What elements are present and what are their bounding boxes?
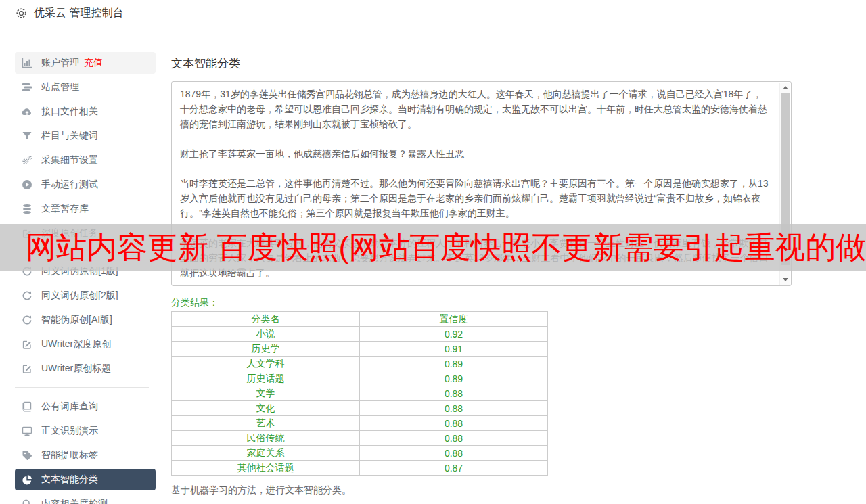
pie-chart-icon <box>22 474 32 485</box>
database-icon <box>22 204 32 214</box>
classification-text-input[interactable]: 1879年，31岁的李莲英出任储秀宫四品花翎总管，成为慈禧身边的大红人。这年春天… <box>171 81 792 286</box>
filter-icon <box>22 131 32 141</box>
edit-icon <box>22 363 32 374</box>
sidebar-item-sites[interactable]: 站点管理 <box>15 76 156 98</box>
category-cell: 历史话题 <box>172 371 360 386</box>
sidebar: 账户管理充值站点管理接口文件相关栏目与关键词采集细节设置手动运行测试文章暂存库深… <box>7 35 161 504</box>
recharge-badge[interactable]: 充值 <box>84 57 103 69</box>
refresh-icon <box>22 266 32 277</box>
sidebar-item-content-recognition[interactable]: 正文识别演示 <box>15 420 156 442</box>
sidebar-item-interface-files[interactable]: 接口文件相关 <box>15 101 156 122</box>
scrollbar-thumb[interactable] <box>781 93 790 265</box>
play-icon <box>22 179 32 190</box>
cloud-upload-icon <box>22 106 32 117</box>
sidebar-item-label: 账户管理 <box>41 57 79 69</box>
sidebar-item-deep-original-task[interactable]: 深度原创任务 <box>15 223 156 244</box>
sidebar-divider <box>15 252 149 252</box>
result-row: 文化0.88 <box>172 401 548 416</box>
sidebar-item-synonym-rewrite-1[interactable]: 同义词伪原创[1版] <box>15 260 156 282</box>
sidebar-item-columns-keywords[interactable]: 栏目与关键词 <box>15 125 156 147</box>
sidebar-item-public-lexicon[interactable]: 公有词库查询 <box>15 396 156 417</box>
confidence-cell: 0.88 <box>360 386 548 401</box>
sidebar-item-label: 栏目与关键词 <box>41 130 98 142</box>
result-row: 其他社会话题0.87 <box>172 461 548 476</box>
tag-icon <box>22 450 32 461</box>
sidebar-item-label: 站点管理 <box>41 81 79 93</box>
sidebar-item-label: 公有词库查询 <box>41 400 98 413</box>
sidebar-item-label: 文本智能分类 <box>41 474 98 486</box>
confidence-cell: 0.91 <box>360 342 548 357</box>
gear-icon[interactable] <box>15 7 28 20</box>
app-header: 优采云 管理控制台 <box>0 0 866 35</box>
sidebar-item-tag-extraction[interactable]: 智能提取标签 <box>15 444 156 466</box>
confidence-cell: 0.92 <box>360 327 548 342</box>
sidebar-item-label: 智能伪原创[AI版] <box>41 314 112 326</box>
category-cell: 民俗传统 <box>172 431 360 446</box>
document-text: 1879年，31岁的李莲英出任储秀宫四品花翎总管，成为慈禧身边的大红人。这年春天… <box>172 82 791 286</box>
sidebar-item-ai-rewrite[interactable]: 智能伪原创[AI版] <box>15 309 156 331</box>
table-header-row: 分类名置信度 <box>172 312 548 327</box>
sidebar-item-relevance-detection[interactable]: 内容相关度检测 <box>15 493 156 504</box>
triangle-up-icon <box>783 86 788 89</box>
edit-icon <box>22 339 32 350</box>
sidebar-item-label: 采集细节设置 <box>41 154 98 166</box>
sidebar-item-label: 内容相关度检测 <box>41 498 108 504</box>
category-cell: 小说 <box>172 327 360 342</box>
refresh-icon <box>22 290 32 301</box>
refresh-icon <box>22 315 32 325</box>
category-cell: 其他社会话题 <box>172 461 360 476</box>
sidebar-item-label: UWriter原创标题 <box>41 363 111 375</box>
sidebar-item-label: 接口文件相关 <box>41 106 98 118</box>
bar-chart-icon <box>22 58 32 68</box>
monitor-icon <box>22 426 32 436</box>
app-title: 优采云 管理控制台 <box>34 6 123 20</box>
category-cell: 家庭关系 <box>172 446 360 461</box>
server-icon <box>22 82 32 93</box>
column-header-category: 分类名 <box>172 312 360 327</box>
sidebar-item-label: 同义词伪原创[2版] <box>41 290 118 302</box>
result-row: 民俗传统0.88 <box>172 431 548 446</box>
sidebar-item-uwriter-deep[interactable]: UWriter深度原创 <box>15 334 156 355</box>
sidebar-item-manual-run[interactable]: 手动运行测试 <box>15 174 156 196</box>
classification-result-table: 分类名置信度小说0.92历史学0.91人文学科0.89历史话题0.89文学0.8… <box>171 311 548 476</box>
sidebar-item-label: 正文识别演示 <box>41 425 98 437</box>
sidebar-item-label: 文章暂存库 <box>41 203 89 215</box>
sidebar-item-uwriter-title[interactable]: UWriter原创标题 <box>15 358 156 380</box>
sidebar-item-text-classification[interactable]: 文本智能分类 <box>15 469 156 490</box>
sidebar-item-account[interactable]: 账户管理充值 <box>15 52 156 74</box>
result-row: 历史话题0.89 <box>172 371 548 386</box>
footer-note: 基于机器学习的方法，进行文本智能分类。 <box>171 484 866 497</box>
book-icon <box>22 401 32 412</box>
page-title: 文本智能分类 <box>171 55 866 71</box>
sidebar-item-synonym-rewrite-2[interactable]: 同义词伪原创[2版] <box>15 285 156 306</box>
search-icon <box>22 499 32 504</box>
confidence-cell: 0.88 <box>360 401 548 416</box>
scrollbar[interactable] <box>779 83 790 285</box>
scroll-up-button[interactable] <box>780 83 790 93</box>
result-label: 分类结果： <box>171 297 866 309</box>
sidebar-item-label: 深度原创任务 <box>41 227 98 239</box>
category-cell: 艺术 <box>172 416 360 431</box>
result-row: 艺术0.88 <box>172 416 548 431</box>
result-row: 家庭关系0.88 <box>172 446 548 461</box>
result-row: 历史学0.91 <box>172 342 548 357</box>
result-row: 人文学科0.89 <box>172 357 548 371</box>
edit-icon <box>22 228 32 239</box>
confidence-cell: 0.88 <box>360 431 548 446</box>
confidence-cell: 0.87 <box>360 461 548 476</box>
category-cell: 历史学 <box>172 342 360 357</box>
confidence-cell: 0.88 <box>360 446 548 461</box>
column-header-confidence: 置信度 <box>360 312 548 327</box>
main-content: 文本智能分类 1879年，31岁的李莲英出任储秀宫四品花翎总管，成为慈禧身边的大… <box>161 35 866 504</box>
gears-icon <box>22 155 32 166</box>
category-cell: 文学 <box>172 386 360 401</box>
category-cell: 人文学科 <box>172 357 360 371</box>
sidebar-divider <box>15 387 149 388</box>
sidebar-item-article-store[interactable]: 文章暂存库 <box>15 198 156 220</box>
confidence-cell: 0.88 <box>360 416 548 431</box>
sidebar-item-collect-settings[interactable]: 采集细节设置 <box>15 150 156 171</box>
triangle-down-icon <box>783 278 788 281</box>
scroll-down-button[interactable] <box>780 275 790 285</box>
result-row: 文学0.88 <box>172 386 548 401</box>
sidebar-item-label: 智能提取标签 <box>41 449 98 461</box>
